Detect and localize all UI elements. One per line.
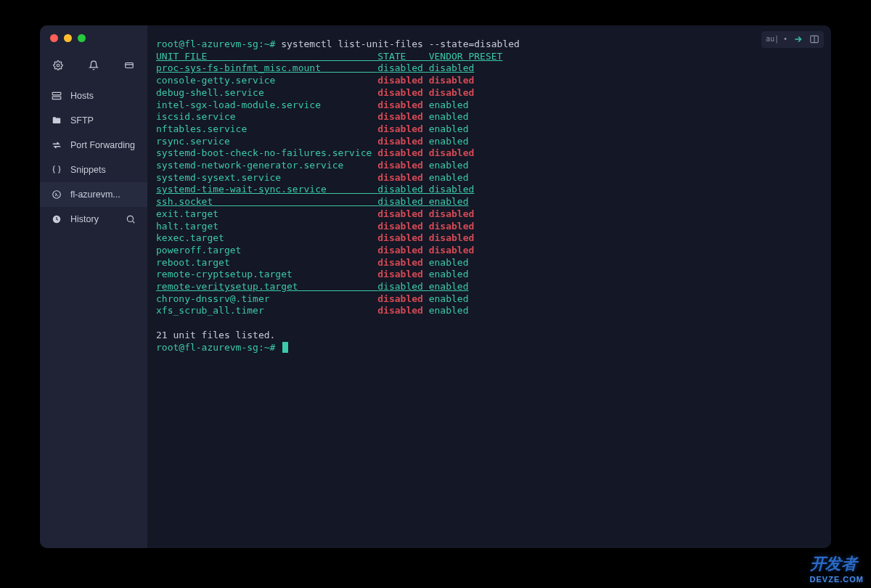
sidebar-item-hosts[interactable]: Hosts (40, 83, 147, 108)
watermark-sub: DEVZE.COM (810, 575, 864, 584)
bell-icon[interactable] (89, 60, 99, 70)
sidebar-item-label: History (70, 214, 117, 224)
svg-rect-2 (52, 92, 61, 94)
clock-icon (52, 214, 62, 224)
window-controls (50, 34, 86, 42)
sidebar-item-session[interactable]: fl-azurevm... (40, 182, 147, 207)
server-icon (52, 91, 62, 101)
minimize-window-button[interactable] (64, 34, 72, 42)
sidebar-item-port-forwarding[interactable]: Port Forwarding (40, 133, 147, 158)
inbox-icon[interactable] (124, 60, 134, 70)
terminal-controls: au| • (761, 31, 824, 48)
terminal-output: root@fl-azurevm-sg:~# systemctl list-uni… (156, 38, 822, 354)
arrows-icon (52, 140, 62, 150)
terminal-session-icon (52, 189, 62, 200)
sidebar-item-label: Port Forwarding (70, 140, 136, 150)
svg-rect-3 (52, 97, 61, 99)
maximize-window-button[interactable] (78, 34, 86, 42)
watermark: 开发者 DEVZE.COM (810, 553, 864, 584)
folder-icon (52, 115, 62, 126)
sidebar: Hosts SFTP Port Forwarding Snippets fl-a (40, 25, 147, 548)
sidebar-item-sftp[interactable]: SFTP (40, 108, 147, 133)
svg-point-0 (57, 64, 60, 67)
close-window-button[interactable] (50, 34, 58, 42)
svg-rect-1 (126, 63, 134, 68)
sidebar-item-label: fl-azurevm... (70, 189, 136, 200)
app-window: Hosts SFTP Port Forwarding Snippets fl-a (40, 25, 831, 548)
svg-line-9 (133, 221, 135, 224)
split-pane-icon[interactable] (809, 34, 819, 44)
search-icon[interactable] (126, 214, 136, 224)
terminal-pane[interactable]: au| • root@fl-azurevm-sg:~# systemctl li… (147, 25, 831, 548)
svg-point-8 (127, 216, 133, 221)
braces-icon (52, 165, 62, 175)
sidebar-top-icons (40, 56, 147, 83)
sidebar-item-snippets[interactable]: Snippets (40, 158, 147, 182)
watermark-main: 开发者 (810, 555, 857, 573)
sidebar-item-history[interactable]: History (40, 207, 147, 232)
share-icon[interactable] (793, 34, 803, 44)
sidebar-item-label: Snippets (70, 165, 136, 175)
sidebar-item-label: SFTP (70, 115, 136, 126)
settings-icon[interactable] (53, 60, 63, 70)
terminal-control-label: au| • (766, 33, 788, 46)
sidebar-item-label: Hosts (70, 91, 136, 101)
